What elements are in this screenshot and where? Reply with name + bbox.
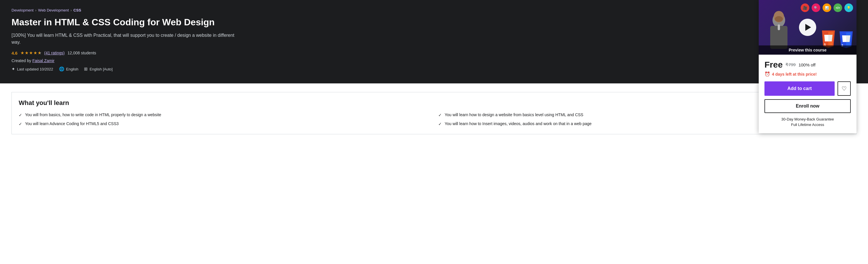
lifetime-text: Full Lifetime Access — [765, 123, 851, 127]
urgency-rest: left at this price! — [785, 72, 816, 76]
urgency-row: ⏰ 4 days left at this price! — [765, 71, 851, 77]
language-label: English — [66, 67, 79, 71]
check-icon-1: ✓ — [19, 121, 22, 127]
card-body: Free ₹799 100% off ⏰ 4 days left at this… — [759, 55, 857, 133]
svg-rect-4 — [778, 25, 780, 30]
breadcrumb: Development › Web Development › CSS — [11, 8, 236, 12]
globe-icon: 🌐 — [59, 66, 64, 72]
meta-captions: ⊞ English [Auto] — [84, 66, 113, 72]
learn-section-title: What you'll learn — [19, 99, 849, 107]
add-to-cart-button[interactable]: Add to cart — [765, 81, 835, 96]
header-section: Development › Web Development › CSS Mast… — [0, 0, 868, 84]
urgency-days: 4 days — [772, 72, 784, 76]
author-label: Created by — [11, 58, 31, 63]
rating-score: 4.6 — [11, 51, 18, 56]
learn-item-text-3: You will learn how to Insert images, vid… — [445, 121, 592, 127]
learn-item-text-0: You will from basics, how to write code … — [25, 112, 161, 118]
lightbulb-icon: 💡 — [847, 6, 851, 10]
meta-updated: ✦ Last updated 10/2022 — [11, 66, 53, 72]
header-left: Development › Web Development › CSS Mast… — [11, 8, 247, 72]
course-title: Master in HTML & CSS Coding for Web Desi… — [11, 16, 236, 28]
price-original: ₹799 — [785, 62, 796, 67]
search-icon: 🔍 — [814, 6, 818, 10]
svg-marker-12 — [842, 35, 846, 42]
star-1: ★ — [21, 50, 24, 56]
svg-marker-7 — [824, 35, 828, 41]
alarm-icon: ⏰ — [765, 71, 770, 77]
breadcrumb-sep-1: › — [35, 8, 36, 12]
search-icon-circle: 🔍 — [812, 3, 820, 12]
learn-item-1: ✓ You will learn Advance Coding for HTML… — [19, 121, 430, 127]
video-icon: 🎥 — [803, 6, 807, 10]
price-discount: 100% off — [798, 62, 815, 67]
update-icon: ✦ — [11, 66, 15, 72]
lightbulb-icon-circle: 💡 — [844, 3, 853, 12]
learn-item-0: ✓ You will from basics, how to write cod… — [19, 112, 430, 118]
breadcrumb-development[interactable]: Development — [11, 8, 34, 12]
course-card: 🎥 🔍 📊 </> 💡 — [759, 0, 857, 133]
code-icon: </> — [836, 6, 840, 9]
price-row: Free ₹799 100% off — [765, 60, 851, 70]
last-updated: Last updated 10/2022 — [17, 67, 53, 71]
learn-item-text-2: You will learn how to design a website f… — [445, 112, 583, 118]
check-icon-2: ✓ — [438, 112, 442, 118]
star-4: ★ — [33, 50, 37, 56]
breadcrumb-webdev[interactable]: Web Development — [38, 8, 69, 12]
meta-row: ✦ Last updated 10/2022 🌐 English ⊞ Engli… — [11, 66, 236, 72]
code-icon-circle: </> — [834, 3, 842, 12]
check-icon-3: ✓ — [438, 121, 442, 127]
course-preview[interactable]: 🎥 🔍 📊 </> 💡 — [759, 0, 857, 55]
rating-count[interactable]: (41 ratings) — [44, 51, 65, 55]
play-button[interactable] — [799, 19, 816, 36]
star-half: ★ — [38, 50, 41, 56]
meta-language: 🌐 English — [59, 66, 79, 72]
learn-grid: ✓ You will from basics, how to write cod… — [19, 112, 849, 127]
star-2: ★ — [25, 50, 29, 56]
urgency-text: 4 days left at this price! — [772, 72, 817, 76]
learn-section: What you'll learn ✓ You will from basics… — [11, 92, 857, 134]
svg-marker-13 — [846, 35, 850, 42]
heart-icon: ♡ — [841, 85, 847, 92]
check-icon-0: ✓ — [19, 112, 22, 118]
star-3: ★ — [29, 50, 33, 56]
author-row: Created by Faisal Zamir — [11, 58, 236, 63]
learn-item-text-1: You will learn Advance Coding for HTML5 … — [25, 121, 119, 127]
preview-label[interactable]: Preview this course — [759, 45, 857, 55]
author-link[interactable]: Faisal Zamir — [32, 58, 54, 63]
btn-row: Add to cart ♡ — [765, 81, 851, 96]
students-count: 12,008 students — [68, 51, 96, 55]
captions-icon: ⊞ — [84, 66, 88, 72]
video-icon-circle: 🎥 — [801, 3, 809, 12]
stars: ★ ★ ★ ★ ★ — [21, 50, 41, 56]
svg-point-3 — [775, 16, 783, 22]
icons-row: 🎥 🔍 📊 </> 💡 — [801, 3, 853, 12]
course-description: [100%] You will learn HTML & CSS with Pr… — [11, 32, 236, 46]
main-content: What you'll learn ✓ You will from basics… — [0, 84, 868, 152]
breadcrumb-sep-2: › — [70, 8, 72, 12]
svg-marker-8 — [828, 35, 833, 41]
wishlist-button[interactable]: ♡ — [838, 81, 851, 96]
chart-icon: 📊 — [825, 6, 829, 10]
breadcrumb-css[interactable]: CSS — [73, 8, 81, 12]
guarantee-text: 30-Day Money-Back Guarantee — [765, 117, 851, 121]
captions-label: English [Auto] — [89, 67, 113, 71]
price-free: Free — [765, 60, 782, 70]
chart-icon-circle: 📊 — [823, 3, 831, 12]
rating-row: 4.6 ★ ★ ★ ★ ★ (41 ratings) 12,008 studen… — [11, 50, 236, 56]
play-triangle-icon — [805, 24, 811, 31]
enroll-now-button[interactable]: Enroll now — [765, 99, 851, 113]
